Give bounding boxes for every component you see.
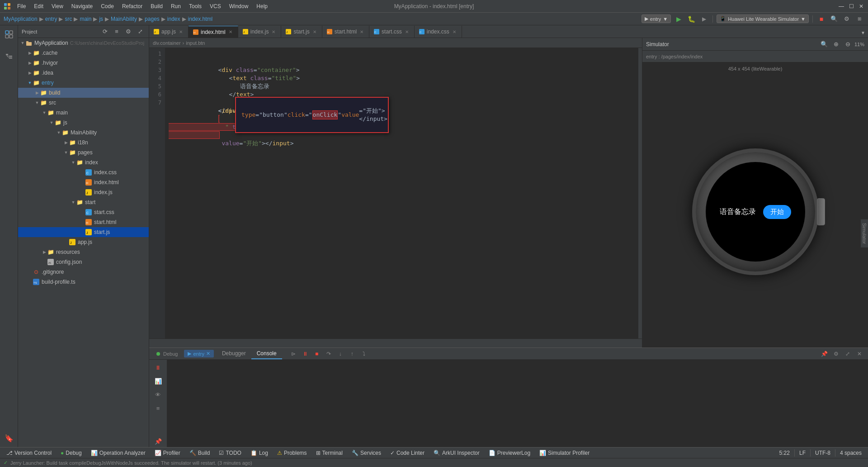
settings-icon-btn[interactable]: ⚙ (842, 14, 852, 24)
tree-item-mainability[interactable]: ▼ 📁 MainAbility (18, 128, 149, 138)
code-editor[interactable]: 1 2 3 4 5 6 7 <div class="container"> (149, 48, 642, 338)
breadcrumb-entry[interactable]: entry (45, 16, 57, 22)
statusbar-arkui-inspector[interactable]: 🔍 ArkUI Inspector (431, 448, 482, 458)
statusbar-log[interactable]: 📋 Log (248, 448, 271, 458)
tab-close-startcss[interactable]: ✕ (404, 29, 410, 35)
project-expand-icon[interactable]: ⤢ (135, 27, 145, 37)
breadcrumb-mainability[interactable]: MainAbility (111, 16, 137, 22)
sim-search-icon[interactable]: 🔍 (819, 39, 829, 49)
debug-step-into-btn[interactable]: ↓ (335, 349, 345, 359)
statusbar-debug[interactable]: ● Debug (58, 448, 85, 458)
menu-build[interactable]: Build (147, 2, 166, 10)
watch-start-button[interactable]: 开始 (763, 205, 791, 219)
debug-step-out-btn[interactable]: ↑ (347, 349, 357, 359)
statusbar-terminal[interactable]: ⊞ Terminal (313, 448, 345, 458)
tab-overflow-icon[interactable]: ▼ (858, 28, 868, 38)
debug-pin2-icon[interactable]: 📌 (152, 435, 164, 447)
tab-close-appjs[interactable]: ✕ (178, 29, 184, 35)
statusbar-lf[interactable]: LF (797, 448, 808, 458)
tree-item-start-folder[interactable]: ▼ 📁 start (18, 197, 149, 207)
tree-item-myapplication[interactable]: ▼ MyApplication C:\Users\china\DevEcoStu… (18, 38, 149, 48)
statusbar-todo[interactable]: ☑ TODO (216, 448, 244, 458)
debug-var-icon[interactable]: 📊 (152, 375, 164, 387)
debug-run-to-cursor-btn[interactable]: ⤵ (359, 349, 369, 359)
run-button[interactable]: ▶ (674, 14, 684, 24)
tree-item-index-css[interactable]: C index.css (18, 167, 149, 177)
debug-tab-debugger[interactable]: Debugger (217, 348, 251, 359)
editor-scrollbar[interactable] (638, 48, 642, 338)
tab-startcss[interactable]: C start.css ✕ (369, 26, 415, 38)
debug-stop-btn[interactable]: ■ (312, 349, 322, 359)
statusbar-line-col[interactable]: 5:22 (777, 448, 793, 458)
debug-button[interactable]: 🐛 (686, 14, 696, 24)
close-button[interactable]: ✕ (858, 3, 864, 10)
tab-indexjs[interactable]: J index.js ✕ (238, 26, 282, 38)
tree-item-idea[interactable]: ▶ 📁 .idea (18, 68, 149, 78)
statusbar-services[interactable]: 🔧 Services (349, 448, 384, 458)
tab-indexcss[interactable]: C index.css ✕ (415, 26, 462, 38)
tree-item-index-folder[interactable]: ▼ 📁 index (18, 157, 149, 167)
tree-item-cache[interactable]: ▶ 📁 .cache (18, 48, 149, 58)
sim-zoom-out-icon[interactable]: ⊖ (843, 39, 853, 49)
tree-item-gitignore[interactable]: ⊙ .gitignore (18, 267, 149, 277)
menu-refactor[interactable]: Refactor (118, 2, 146, 10)
simulator-dropdown[interactable]: 📱 Huawei Lite Wearable Simulator ▼ (717, 14, 809, 23)
breadcrumb-main[interactable]: main (80, 16, 91, 22)
debug-play-icon[interactable]: ⏸ (152, 362, 164, 373)
project-filter-icon[interactable]: ≡ (112, 27, 122, 37)
tree-item-start-html[interactable]: H start.html (18, 217, 149, 227)
minimize-button[interactable]: — (838, 3, 844, 10)
tab-indexhtml[interactable]: H index.html ✕ (189, 26, 238, 38)
debug-tab-console[interactable]: Console (251, 348, 282, 359)
maximize-button[interactable]: ☐ (848, 3, 854, 10)
coverage-button[interactable]: ▶ (699, 14, 709, 24)
tree-item-index-js[interactable]: J index.js (18, 187, 149, 197)
sim-zoom-icon[interactable]: ⊕ (831, 39, 841, 49)
tree-item-hvigor[interactable]: ▶ 📁 .hvigor (18, 58, 149, 68)
debug-settings-btn[interactable]: ⚙ (831, 349, 841, 359)
debug-step-over-btn[interactable]: ↷ (324, 349, 334, 359)
breadcrumb-index[interactable]: index (167, 16, 180, 22)
structure-icon[interactable] (2, 50, 16, 64)
menu-code[interactable]: Code (97, 2, 118, 10)
breadcrumb-inputbtn[interactable]: input.btn (186, 40, 205, 46)
tree-item-config-json[interactable]: JS config.json (18, 257, 149, 267)
debug-resume-btn[interactable]: ⊳ (288, 349, 298, 359)
tree-item-resources[interactable]: ▶ 📁 resources (18, 247, 149, 257)
menu-file[interactable]: File (14, 2, 29, 10)
statusbar-encoding[interactable]: UTF-8 (812, 448, 833, 458)
debug-maximize-btn[interactable]: ⤢ (843, 349, 853, 359)
layout-icon-btn[interactable]: ⊞ (854, 14, 864, 24)
tree-item-start-css[interactable]: C start.css (18, 207, 149, 217)
statusbar-build[interactable]: 🔨 Build (187, 448, 213, 458)
debug-main-content[interactable] (167, 360, 868, 447)
menu-run[interactable]: Run (167, 2, 184, 10)
menu-vcs[interactable]: VCS (206, 2, 225, 10)
breadcrumb-js[interactable]: js (99, 16, 103, 22)
bookmark-icon[interactable]: 🔖 (2, 431, 16, 445)
project-icon[interactable] (2, 27, 16, 42)
statusbar-profiler[interactable]: 📈 Profiler (152, 448, 183, 458)
tab-startjs[interactable]: J start.js ✕ (281, 26, 322, 38)
tab-close-indexhtml[interactable]: ✕ (228, 29, 233, 35)
menu-tools[interactable]: Tools (185, 2, 205, 10)
tree-item-src[interactable]: ▼ 📁 src (18, 98, 149, 108)
statusbar-version-control[interactable]: ⎇ Version Control (4, 448, 54, 458)
breadcrumb-file[interactable]: index.html (188, 16, 213, 22)
tree-item-build[interactable]: ▶ 📁 build (18, 88, 149, 98)
debug-watch-icon[interactable]: 👁 (152, 389, 164, 400)
tab-close-indexcss[interactable]: ✕ (452, 29, 457, 35)
tree-item-entry[interactable]: ▼ 📁 entry (18, 78, 149, 88)
tab-close-startjs[interactable]: ✕ (312, 29, 317, 35)
simulator-side-tab[interactable]: Simulator (860, 219, 868, 248)
breadcrumb-src[interactable]: src (65, 16, 72, 22)
project-sync-icon[interactable]: ⟳ (100, 27, 110, 37)
statusbar-problems[interactable]: ⚠ Problems (274, 448, 310, 458)
statusbar-code-linter[interactable]: ✓ Code Linter (387, 448, 427, 458)
tab-close-indexjs[interactable]: ✕ (271, 29, 276, 35)
breadcrumb-divcontainer[interactable]: div.container (153, 40, 181, 46)
project-settings-icon[interactable]: ⚙ (123, 27, 133, 37)
tree-item-app-js[interactable]: J app.js (18, 237, 149, 247)
tab-starthtml[interactable]: H start.html ✕ (322, 26, 369, 38)
debug-entry-tag[interactable]: ▶ entry ✕ (184, 350, 213, 357)
